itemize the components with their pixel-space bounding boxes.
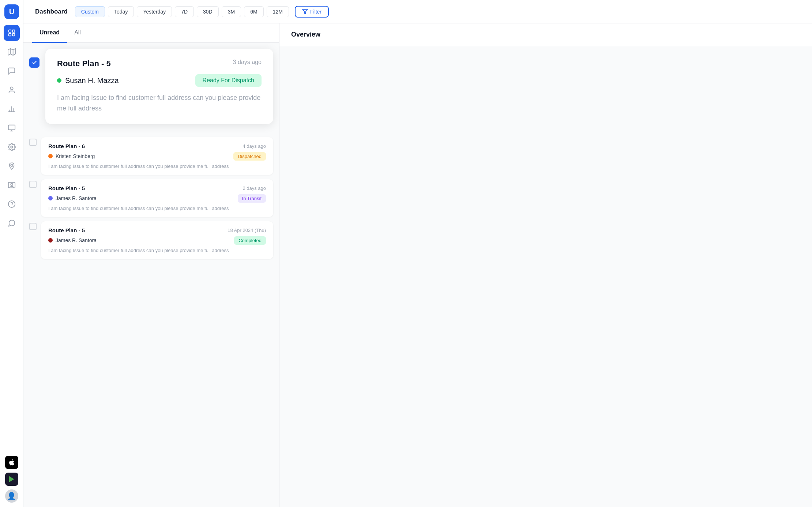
msg-time-3: 18 Apr 2024 (Thu) xyxy=(228,228,266,233)
checkbox-3[interactable] xyxy=(29,223,37,230)
msg-user-1: Kristen Steinberg xyxy=(48,153,95,159)
svg-rect-2 xyxy=(8,30,11,32)
top-navigation: Dashboard Custom Today Yesterday 7D 30D … xyxy=(23,0,812,23)
messages-list: Route Plan - 5 3 days ago Susan H. Mazza… xyxy=(23,43,279,507)
left-panel: Unread All Route Plan - 5 3 days ago xyxy=(23,23,279,507)
msg-status-3: Completed xyxy=(234,236,266,245)
featured-message-text: I am facing Issue to find customer full … xyxy=(57,93,262,114)
message-row-3: Route Plan - 5 18 Apr 2024 (Thu) James R… xyxy=(29,221,273,259)
filter-icon xyxy=(302,9,308,15)
sidebar-item-contacts[interactable] xyxy=(4,177,20,193)
featured-title: Route Plan - 5 xyxy=(57,59,111,68)
app-store-icon[interactable] xyxy=(5,456,18,469)
nav-btn-7d[interactable]: 7D xyxy=(175,6,194,17)
msg-header-3: Route Plan - 5 18 Apr 2024 (Thu) xyxy=(48,227,266,233)
msg-user-row-2: James R. Santora In Transit xyxy=(48,194,266,203)
message-tabs: Unread All xyxy=(23,23,279,43)
sidebar-item-location[interactable] xyxy=(4,158,20,174)
svg-point-20 xyxy=(11,183,13,185)
featured-card[interactable]: Route Plan - 5 3 days ago Susan H. Mazza… xyxy=(45,49,273,124)
featured-status-badge: Ready For Dispatch xyxy=(195,74,262,87)
msg-header-1: Route Plan - 6 4 days ago xyxy=(48,143,266,149)
featured-time: 3 days ago xyxy=(233,59,262,65)
svg-point-17 xyxy=(11,146,13,148)
main-content: Dashboard Custom Today Yesterday 7D 30D … xyxy=(23,0,812,507)
nav-title: Dashboard xyxy=(35,8,68,15)
msg-status-2: In Transit xyxy=(238,194,266,203)
sidebar-item-chat[interactable] xyxy=(4,215,20,231)
message-card-3[interactable]: Route Plan - 5 18 Apr 2024 (Thu) James R… xyxy=(41,221,273,259)
featured-user: Susan H. Mazza xyxy=(57,76,119,85)
filter-label: Filter xyxy=(310,9,322,15)
msg-username-2: James R. Santora xyxy=(56,195,97,201)
msg-text-2: I am facing Issue to find customer full … xyxy=(48,206,266,211)
msg-title-1: Route Plan - 6 xyxy=(48,143,85,149)
message-card-2[interactable]: Route Plan - 5 2 days ago James R. Santo… xyxy=(41,179,273,217)
svg-rect-3 xyxy=(12,30,14,32)
nav-btn-today[interactable]: Today xyxy=(108,6,134,17)
nav-btn-custom[interactable]: Custom xyxy=(75,6,105,17)
content-area: Unread All Route Plan - 5 3 days ago xyxy=(23,23,812,507)
featured-user-row: Susan H. Mazza Ready For Dispatch xyxy=(57,74,262,87)
app-logo[interactable]: U xyxy=(4,4,19,19)
sidebar-item-users[interactable] xyxy=(4,82,20,98)
sidebar-item-map[interactable] xyxy=(4,44,20,60)
sidebar-item-inventory[interactable] xyxy=(4,120,20,136)
svg-rect-5 xyxy=(12,34,14,36)
msg-username-1: Kristen Steinberg xyxy=(56,153,95,159)
featured-checkbox[interactable] xyxy=(29,57,40,68)
msg-status-1: Dispatched xyxy=(233,152,266,161)
featured-message-row: Route Plan - 5 3 days ago Susan H. Mazza… xyxy=(29,49,273,130)
svg-text:U: U xyxy=(9,8,14,16)
svg-rect-4 xyxy=(8,34,11,36)
msg-text-3: I am facing Issue to find customer full … xyxy=(48,248,266,253)
msg-title-2: Route Plan - 5 xyxy=(48,185,85,191)
card-header: Route Plan - 5 3 days ago xyxy=(57,59,262,68)
message-card-1[interactable]: Route Plan - 6 4 days ago Kristen Steinb… xyxy=(41,137,273,175)
right-panel: Overview xyxy=(279,23,812,507)
svg-rect-14 xyxy=(8,125,15,130)
sidebar-item-dashboard[interactable] xyxy=(4,25,20,41)
nav-btn-3m[interactable]: 3M xyxy=(222,6,241,17)
nav-btn-12m[interactable]: 12M xyxy=(267,6,289,17)
msg-dot-3 xyxy=(48,238,53,243)
sidebar-item-analytics[interactable] xyxy=(4,101,20,117)
msg-header-2: Route Plan - 5 2 days ago xyxy=(48,185,266,191)
svg-marker-23 xyxy=(302,10,307,14)
checkmark-icon xyxy=(31,60,37,65)
svg-point-18 xyxy=(11,164,13,166)
nav-btn-6m[interactable]: 6M xyxy=(244,6,263,17)
tab-unread[interactable]: Unread xyxy=(32,23,67,43)
right-panel-title: Overview xyxy=(279,23,812,46)
msg-user-2: James R. Santora xyxy=(48,195,97,201)
msg-dot-2 xyxy=(48,196,53,200)
checkbox-2[interactable] xyxy=(29,181,37,188)
play-store-icon[interactable] xyxy=(5,473,18,486)
filter-button[interactable]: Filter xyxy=(295,6,329,18)
featured-username: Susan H. Mazza xyxy=(65,76,119,85)
tab-all[interactable]: All xyxy=(67,23,88,43)
sidebar-item-messages[interactable] xyxy=(4,63,20,79)
nav-btn-30d[interactable]: 30D xyxy=(197,6,219,17)
svg-marker-6 xyxy=(8,49,15,55)
overview-content xyxy=(279,46,812,507)
user-avatar[interactable]: 👤 xyxy=(5,489,18,503)
sidebar: U xyxy=(0,0,23,507)
svg-point-9 xyxy=(10,87,13,90)
msg-title-3: Route Plan - 5 xyxy=(48,227,85,233)
msg-text-1: I am facing Issue to find customer full … xyxy=(48,164,266,169)
nav-btn-yesterday[interactable]: Yesterday xyxy=(137,6,172,17)
message-row-1: Route Plan - 6 4 days ago Kristen Steinb… xyxy=(29,137,273,175)
sidebar-item-support[interactable] xyxy=(4,196,20,212)
msg-time-1: 4 days ago xyxy=(243,143,266,149)
user-status-dot xyxy=(57,78,61,83)
checkbox-1[interactable] xyxy=(29,139,37,146)
msg-dot-1 xyxy=(48,154,53,158)
msg-username-3: James R. Santora xyxy=(56,237,97,243)
message-row-2: Route Plan - 5 2 days ago James R. Santo… xyxy=(29,179,273,217)
msg-user-3: James R. Santora xyxy=(48,237,97,243)
msg-time-2: 2 days ago xyxy=(243,185,266,191)
sidebar-item-settings[interactable] xyxy=(4,139,20,155)
msg-user-row-1: Kristen Steinberg Dispatched xyxy=(48,152,266,161)
msg-user-row-3: James R. Santora Completed xyxy=(48,236,266,245)
